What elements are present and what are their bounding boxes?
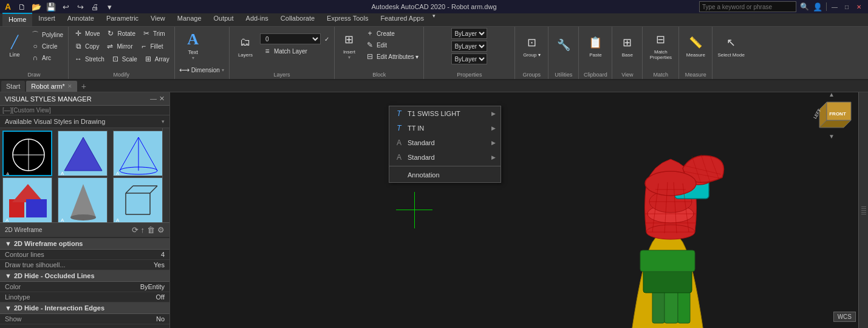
- window-minimize[interactable]: —: [830, 2, 839, 11]
- copy-icon: ⧉: [73, 41, 83, 51]
- user-icon[interactable]: 👤: [813, 2, 822, 12]
- paste-button[interactable]: 📋 Paste: [583, 28, 607, 62]
- line-button[interactable]: ╱ Line: [2, 28, 27, 62]
- hide-intersection-header[interactable]: ▼ 2D Hide - Intersection Edges: [0, 302, 169, 314]
- contour-lines-value: 4: [161, 251, 165, 258]
- tab-annotate[interactable]: Annotate: [61, 13, 100, 26]
- fillet-button[interactable]: ⌐ Fillet: [137, 41, 166, 52]
- vs-2d-wireframe[interactable]: A: [2, 131, 52, 176]
- panel-close[interactable]: ✕: [159, 95, 165, 103]
- footer-icon-settings[interactable]: ⚙: [157, 225, 165, 234]
- tab-express-tools[interactable]: Express Tools: [321, 13, 374, 26]
- window-close[interactable]: ✕: [855, 2, 863, 11]
- create-button[interactable]: + Create: [363, 28, 421, 39]
- hide-occluded-header[interactable]: ▼ 2D Hide - Occluded Lines: [0, 270, 169, 282]
- dropdown-item-standard-1[interactable]: A Standard ▶: [389, 135, 501, 150]
- vs-3d-wireframe[interactable]: A: [113, 131, 163, 176]
- edit-button[interactable]: ✎ Edit: [363, 39, 421, 50]
- viewport[interactable]: FRONT LEFT ▲ ▼ WCS: [170, 92, 868, 328]
- qat-extra[interactable]: ▾: [103, 1, 115, 13]
- side-ruler[interactable]: [858, 92, 868, 328]
- mirror-button[interactable]: ⇌ Mirror: [103, 41, 135, 52]
- doc-tab-robot-arm[interactable]: Robot arm* ✕: [26, 81, 77, 92]
- doc-tab-close-button[interactable]: ✕: [67, 83, 72, 89]
- linetype-selector[interactable]: ByLayer: [451, 41, 487, 52]
- insert-button[interactable]: ⊞ Insert ▾: [337, 28, 361, 62]
- vs-shaded2[interactable]: A: [58, 177, 108, 223]
- footer-icon-refresh[interactable]: ⟳: [132, 225, 138, 234]
- tab-extra[interactable]: ▾: [430, 13, 438, 26]
- visual-styles-scrollbar[interactable]: [162, 128, 169, 222]
- available-styles-section[interactable]: Available Visual Styles in Drawing ▾: [0, 115, 169, 128]
- copy-button[interactable]: ⧉ Copy: [71, 41, 101, 52]
- footer-icon-export[interactable]: ↑: [141, 225, 145, 234]
- tab-add-ins[interactable]: Add-ins: [240, 13, 275, 26]
- base-button[interactable]: ⊞ Base: [615, 28, 640, 62]
- qat-redo[interactable]: ↪: [74, 1, 86, 13]
- tab-featured-apps[interactable]: Featured Apps: [374, 13, 430, 26]
- group-button[interactable]: ⊡ Group ▾: [519, 28, 544, 62]
- vs-shaded1[interactable]: A: [2, 177, 52, 223]
- dropdown-item-annotation[interactable]: Annotation: [389, 168, 501, 182]
- qat-undo[interactable]: ↩: [60, 1, 72, 13]
- qat-open[interactable]: 📂: [30, 1, 43, 13]
- vs-conceptual[interactable]: A: [58, 131, 108, 176]
- app-icon[interactable]: A: [5, 2, 11, 12]
- tab-insert[interactable]: Insert: [32, 13, 61, 26]
- match-properties-button[interactable]: ⊟ MatchProperties: [648, 28, 674, 62]
- circle-button[interactable]: ○ Circle: [28, 41, 66, 52]
- lineweight-selector[interactable]: ByLayer: [451, 53, 487, 64]
- stretch-button[interactable]: ↔ Stretch: [71, 53, 107, 64]
- scale-button[interactable]: ⊡ Scale: [108, 53, 140, 64]
- array-button[interactable]: ⊞ Array: [141, 53, 172, 64]
- polyline-button[interactable]: ⌒ Polyline: [28, 29, 66, 40]
- panel-minimize[interactable]: —: [150, 95, 157, 103]
- qat-save[interactable]: 💾: [45, 1, 57, 13]
- arc-button[interactable]: ∩ Arc: [28, 52, 66, 63]
- wireframe-options-label: 2D Wireframe options: [14, 240, 83, 247]
- dropdown-item-standard-2[interactable]: A Standard ▶: [389, 150, 501, 165]
- qat-print[interactable]: 🖨: [89, 1, 101, 13]
- viewcube-up-arrow[interactable]: ▲: [829, 92, 835, 98]
- search-input[interactable]: [699, 1, 796, 12]
- match-properties-label: MatchProperties: [650, 49, 672, 60]
- window-maximize[interactable]: □: [842, 2, 851, 11]
- viewcube-down-arrow[interactable]: ▼: [829, 133, 835, 140]
- tab-home[interactable]: Home: [2, 13, 32, 26]
- match-layer-button[interactable]: ≡ Match Layer: [260, 46, 332, 56]
- tab-parametric[interactable]: Parametric: [100, 13, 145, 26]
- draw-silhouette-label: Draw true silhouell...: [5, 261, 154, 268]
- tab-view[interactable]: View: [145, 13, 171, 26]
- text-button[interactable]: A Text ▾: [177, 28, 209, 62]
- svg-text:A: A: [6, 171, 10, 176]
- qat-new[interactable]: 🗋: [16, 1, 28, 13]
- utilities-button[interactable]: 🔧: [552, 28, 576, 62]
- trim-button[interactable]: ✂ Trim: [139, 28, 168, 39]
- tab-manage[interactable]: Manage: [171, 13, 208, 26]
- rotate-button[interactable]: ↻ Rotate: [103, 28, 137, 39]
- svg-rect-37: [640, 250, 695, 272]
- wireframe-options-header[interactable]: ▼ 2D Wireframe options: [0, 238, 169, 250]
- draw-silhouette-value: Yes: [154, 261, 165, 268]
- new-tab-button[interactable]: +: [78, 81, 89, 92]
- dropdown-item-tt-in[interactable]: T TT IN ▶: [389, 121, 501, 135]
- color-selector[interactable]: ByLayer: [451, 28, 487, 39]
- dropdown-separator: [389, 166, 501, 166]
- select-mode-button[interactable]: ↖ Select Mode: [715, 28, 747, 62]
- vs-shaded3[interactable]: A: [113, 177, 163, 223]
- layer-properties-button[interactable]: 🗂 Layers: [232, 28, 259, 62]
- measure-button[interactable]: 📏 Measure: [683, 28, 708, 62]
- dimension-button[interactable]: ⟷ Dimension ▾: [177, 64, 227, 75]
- dropdown-item-t1-swiss-light[interactable]: T T1 SWISS LIGHT ▶: [389, 106, 501, 121]
- layer-properties-label: Layers: [238, 52, 253, 58]
- tab-output[interactable]: Output: [208, 13, 240, 26]
- footer-icon-delete[interactable]: 🗑: [147, 225, 155, 234]
- search-icon[interactable]: 🔍: [800, 2, 809, 11]
- move-button[interactable]: ✛ Move: [71, 28, 102, 39]
- hide-occluded-label: 2D Hide - Occluded Lines: [14, 272, 95, 279]
- edit-attributes-button[interactable]: ⊟ Edit Attributes ▾: [363, 51, 421, 62]
- doc-tab-start[interactable]: Start: [1, 81, 25, 92]
- layer-selector[interactable]: 0: [260, 33, 321, 44]
- make-current-button[interactable]: ✓: [322, 35, 332, 43]
- tab-collaborate[interactable]: Collaborate: [275, 13, 321, 26]
